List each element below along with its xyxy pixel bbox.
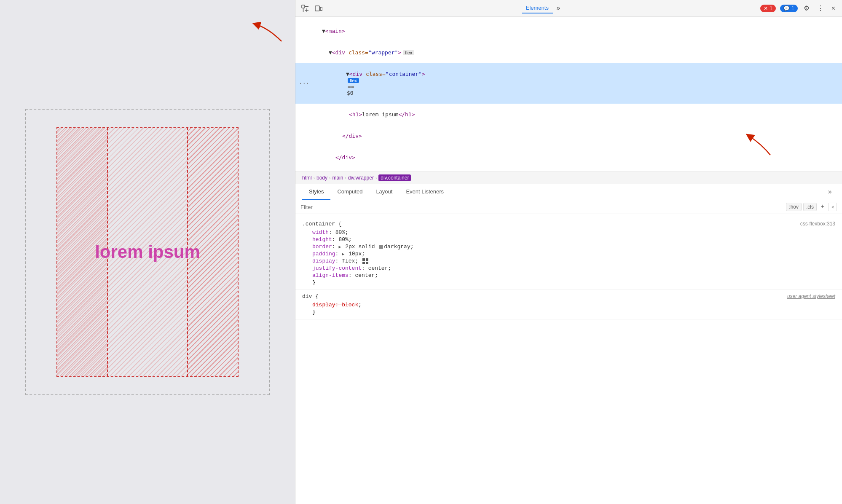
- css-prop-height: height: 80%;: [302, 236, 835, 243]
- svg-rect-5: [315, 6, 319, 11]
- tab-event-listeners[interactable]: Event Listeners: [399, 184, 450, 200]
- tab-styles[interactable]: Styles: [302, 184, 330, 200]
- inspect-element-icon[interactable]: [300, 4, 310, 13]
- tree-line-wrapper[interactable]: ▼<div class="wrapper">flex: [295, 42, 842, 63]
- css-source-link[interactable]: css-flexbox:313: [800, 221, 835, 227]
- device-toggle-icon[interactable]: [314, 4, 323, 13]
- filter-buttons: :hov .cls + ◁: [786, 203, 837, 211]
- add-style-button[interactable]: +: [818, 203, 827, 211]
- flex-grid-icon[interactable]: [362, 258, 368, 264]
- devtools-toolbar: Elements » ✕ 1 💬 1 ⚙ ⋮ ×: [295, 0, 842, 17]
- devtools-main-tabs: Elements »: [327, 3, 756, 14]
- cls-button[interactable]: .cls: [803, 203, 817, 211]
- devtools-panel: Elements » ✕ 1 💬 1 ⚙ ⋮ × ▼<main> ▼<div c…: [295, 0, 842, 504]
- breadcrumb-main[interactable]: main: [332, 175, 343, 181]
- settings-icon[interactable]: ⚙: [802, 3, 811, 14]
- tree-tag-main: <main>: [325, 28, 345, 34]
- preview-container: lorem ipsum: [56, 127, 239, 378]
- css-rules-panel: .container { css-flexbox:313 width: 80%;…: [295, 214, 842, 504]
- css-prop-justify-content: justify-content: center;: [302, 265, 835, 272]
- styles-tabs-more[interactable]: »: [824, 185, 835, 199]
- browser-preview: lorem ipsum: [0, 0, 295, 504]
- hov-button[interactable]: :hov: [786, 203, 802, 211]
- red-arrow-top: [252, 20, 286, 46]
- css-prop-border: border: ▶ 2px solid darkgray;: [302, 243, 835, 250]
- css-prop-align-items: align-items: center;: [302, 272, 835, 279]
- info-icon: 💬: [783, 5, 790, 11]
- breadcrumb-container[interactable]: div.container: [378, 174, 411, 181]
- tree-arrow-main: ▼: [322, 28, 325, 34]
- svg-rect-7: [362, 258, 365, 261]
- info-count: 1: [791, 5, 794, 11]
- collapse-button[interactable]: ◁: [829, 203, 837, 211]
- info-badge[interactable]: 💬 1: [780, 5, 798, 12]
- css-prop-padding: padding: ▶ 10px;: [302, 250, 835, 257]
- error-badge[interactable]: ✕ 1: [760, 5, 776, 12]
- css-prop-display-ua: display: block;: [302, 301, 835, 308]
- css-rule-close-container: }: [302, 279, 835, 286]
- svg-rect-9: [362, 262, 365, 264]
- flex-badge-wrapper: flex: [403, 50, 414, 55]
- border-color-swatch[interactable]: [379, 245, 383, 249]
- css-prop-display: display: flex;: [302, 257, 835, 265]
- css-ua-source[interactable]: user agent stylesheet: [787, 293, 835, 299]
- more-tabs-icon[interactable]: »: [555, 3, 562, 14]
- tab-layout[interactable]: Layout: [369, 184, 399, 200]
- preview-wrapper: lorem ipsum: [25, 109, 270, 395]
- tree-ellipsis: ···: [295, 79, 313, 88]
- breadcrumb-body[interactable]: body: [316, 175, 327, 181]
- html-tree: ▼<main> ▼<div class="wrapper">flex ··· ▼…: [295, 17, 842, 172]
- preview-lorem-text: lorem ipsum: [95, 242, 200, 262]
- tree-line-close-container[interactable]: </div>: [295, 125, 842, 147]
- tree-line-h1[interactable]: <h1>lorem ipsum</h1>: [295, 104, 842, 125]
- breadcrumb-html[interactable]: html: [302, 175, 312, 181]
- error-count: 1: [770, 5, 772, 11]
- close-devtools-button[interactable]: ×: [830, 3, 837, 14]
- css-rule-close-div: }: [302, 308, 835, 316]
- svg-rect-0: [302, 5, 305, 8]
- css-selector-container: .container { css-flexbox:313: [302, 221, 835, 227]
- styles-tabs-bar: Styles Computed Layout Event Listeners »: [295, 184, 842, 200]
- breadcrumb: html › body › main › div.wrapper › div.c…: [295, 172, 842, 184]
- tree-line-close-wrapper[interactable]: </div>: [295, 147, 842, 168]
- css-rule-container: .container { css-flexbox:313 width: 80%;…: [295, 217, 842, 290]
- more-options-icon[interactable]: ⋮: [815, 3, 826, 14]
- tree-line-main[interactable]: ▼<main>: [295, 20, 842, 42]
- tab-computed[interactable]: Computed: [330, 184, 369, 200]
- tree-line-container[interactable]: ··· ▼<div class="container"> flex == $0: [295, 63, 842, 104]
- svg-rect-10: [366, 262, 368, 264]
- css-prop-width: width: 80%;: [302, 229, 835, 236]
- filter-bar: :hov .cls + ◁: [295, 200, 842, 214]
- tab-elements[interactable]: Elements: [522, 3, 553, 13]
- svg-rect-6: [320, 7, 322, 11]
- breadcrumb-wrapper[interactable]: div.wrapper: [348, 175, 374, 181]
- flex-badge-container: flex: [348, 78, 359, 83]
- css-rule-div-ua: div { user agent stylesheet display: blo…: [295, 290, 842, 319]
- error-x-icon: ✕: [764, 5, 768, 11]
- filter-input[interactable]: [300, 204, 783, 210]
- svg-rect-8: [366, 258, 368, 261]
- css-selector-div: div { user agent stylesheet: [302, 293, 835, 300]
